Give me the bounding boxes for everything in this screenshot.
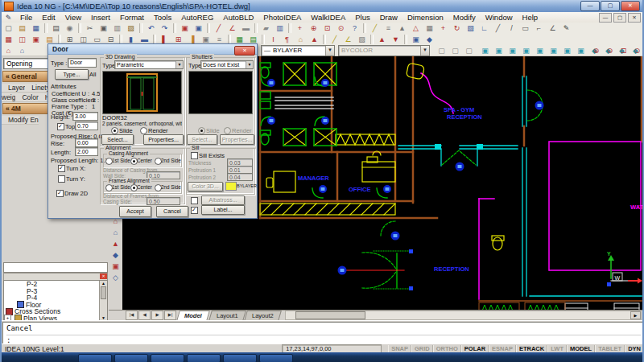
model[interactable]: MODEL bbox=[567, 345, 595, 353]
tab-layout2[interactable]: Layout2 bbox=[245, 311, 282, 321]
view-top-icon[interactable]: ▣ bbox=[479, 46, 491, 56]
autobld[interactable]: AutoBLD bbox=[218, 13, 258, 22]
esnap[interactable]: ESNAP bbox=[489, 345, 516, 353]
zoom-out-icon[interactable]: ⊖ bbox=[604, 46, 616, 56]
help-icon[interactable]: ? bbox=[349, 23, 361, 33]
new-icon[interactable]: ▢ bbox=[2, 23, 14, 33]
dimension[interactable]: Dimension bbox=[402, 13, 448, 22]
rotate-icon[interactable]: ↻ bbox=[451, 23, 463, 33]
slope-icon[interactable]: ╱ bbox=[369, 23, 381, 33]
erase-icon[interactable]: ▰ bbox=[260, 23, 272, 33]
accept-button[interactable]: Accept bbox=[119, 206, 151, 217]
height-field[interactable]: 3.00 bbox=[72, 112, 98, 121]
open-icon[interactable]: ▤ bbox=[16, 23, 28, 33]
horizontal-scrollbar[interactable]: ▶ bbox=[285, 311, 642, 320]
▶|[interactable]: ▶| bbox=[164, 311, 176, 320]
render-radio[interactable] bbox=[140, 127, 147, 134]
◀[interactable]: ◀ bbox=[138, 311, 151, 320]
tab-model[interactable]: Model bbox=[176, 311, 209, 321]
fillet-icon[interactable]: ⌐ bbox=[533, 23, 545, 33]
hatch-icon[interactable]: ▨ bbox=[356, 35, 368, 44]
taskbar-button[interactable] bbox=[114, 354, 148, 362]
mdi-close-button[interactable]: ✕ bbox=[628, 13, 641, 23]
p-3[interactable]: P-3 bbox=[4, 288, 107, 295]
slope-2-icon[interactable]: ∠ bbox=[342, 35, 354, 44]
view-right-icon[interactable]: ▣ bbox=[520, 46, 532, 56]
door-type-combo[interactable]: Door bbox=[68, 58, 97, 68]
zoom-realtime-icon[interactable]: ⊕ bbox=[308, 23, 320, 33]
plus[interactable]: Plus bbox=[350, 13, 374, 22]
format-painter-icon[interactable]: ▨ bbox=[125, 23, 137, 33]
wall-grid-icon[interactable]: ▦ bbox=[2, 35, 14, 44]
scroll-up-icon[interactable]: ▲ bbox=[100, 281, 107, 286]
zoom-extents-icon[interactable]: ⊡ bbox=[617, 46, 630, 56]
taskbar-button[interactable] bbox=[223, 354, 257, 362]
layer-check-icon[interactable]: ▣ bbox=[179, 23, 191, 33]
print-preview-icon[interactable]: ◉ bbox=[64, 23, 76, 33]
view-bottom-icon[interactable]: ▣ bbox=[493, 46, 505, 56]
save-icon[interactable]: ▦ bbox=[30, 23, 42, 33]
layer-box-icon[interactable]: ▣ bbox=[192, 23, 204, 33]
color-combo[interactable]: — BYLAYER▼ bbox=[261, 45, 335, 56]
modify[interactable]: Modify bbox=[448, 13, 481, 22]
cut-icon[interactable]: ✂ bbox=[84, 23, 96, 33]
maximize-button[interactable]: ▢ bbox=[601, 1, 620, 11]
mass-icon[interactable]: ▲ bbox=[396, 23, 408, 33]
turn-x-checkbox[interactable] bbox=[58, 165, 65, 172]
roof-home-icon[interactable]: ⌂ bbox=[295, 35, 307, 44]
mdi-minimize-button[interactable]: — bbox=[599, 13, 612, 23]
paste-icon[interactable]: ▥ bbox=[111, 23, 123, 33]
photoidea[interactable]: PhotoIDEA bbox=[258, 13, 306, 22]
close-button[interactable]: ✕ bbox=[621, 1, 640, 11]
block-2-icon[interactable]: ◆ bbox=[423, 35, 436, 44]
lwt[interactable]: LWT bbox=[547, 345, 567, 353]
level-up-icon[interactable]: ▲ bbox=[376, 35, 388, 44]
minimize-button[interactable]: — bbox=[580, 1, 600, 11]
view[interactable]: View bbox=[60, 13, 86, 22]
draw-2d-checkbox[interactable] bbox=[56, 190, 64, 197]
layers-stack-icon[interactable]: ≡ bbox=[382, 23, 394, 33]
top-checkbox[interactable] bbox=[57, 123, 64, 130]
3d-type-combo[interactable]: Parametric▼ bbox=[114, 60, 184, 69]
shade-mode-2-icon[interactable]: ▢ bbox=[449, 46, 461, 56]
color[interactable]: Color bbox=[15, 93, 38, 102]
p-2[interactable]: P-2 bbox=[4, 281, 107, 288]
sill-exists-checkbox[interactable] bbox=[191, 152, 198, 159]
close-icon[interactable]: ✕ bbox=[100, 274, 107, 279]
rectangle-icon[interactable]: ▭ bbox=[519, 23, 531, 33]
polar[interactable]: POLAR bbox=[461, 345, 489, 353]
autoreg[interactable]: AutoREG bbox=[176, 13, 218, 22]
turn-y-checkbox[interactable] bbox=[58, 175, 65, 183]
view-left-icon[interactable]: ▣ bbox=[506, 46, 518, 56]
text-para-icon[interactable]: ¶ bbox=[281, 35, 293, 44]
tablet[interactable]: TABLET bbox=[595, 345, 625, 353]
polyline-icon[interactable]: / bbox=[506, 23, 518, 33]
pan-icon[interactable]: + bbox=[294, 23, 306, 33]
grid[interactable]: GRID bbox=[411, 345, 433, 353]
view-back-icon[interactable]: ▣ bbox=[547, 46, 559, 56]
zoom-window-icon[interactable]: ⊡ bbox=[321, 23, 333, 33]
view-sw-icon[interactable]: ▣ bbox=[561, 46, 573, 56]
label-checkbox[interactable] bbox=[191, 207, 198, 214]
chamfer-icon[interactable]: ∠ bbox=[547, 23, 559, 33]
draw[interactable]: Draw bbox=[375, 13, 402, 22]
line-icon[interactable]: ╱ bbox=[492, 23, 504, 33]
scroll-right-icon[interactable]: ▶ bbox=[630, 311, 641, 319]
angle-icon[interactable]: ∟ bbox=[478, 23, 490, 33]
taskbar-button[interactable] bbox=[187, 354, 221, 362]
level-down-icon[interactable]: ▼ bbox=[390, 35, 402, 44]
etrack[interactable]: ETRACK bbox=[516, 345, 547, 353]
grid-small-icon[interactable]: ▦ bbox=[423, 23, 436, 33]
ortho[interactable]: ORTHO bbox=[433, 345, 461, 353]
wall-fill-icon[interactable]: ▣ bbox=[30, 35, 42, 44]
rise-field[interactable]: 0.00 bbox=[75, 138, 98, 147]
block-icon[interactable]: ▣ bbox=[410, 35, 422, 44]
edit[interactable]: Edit bbox=[37, 13, 60, 22]
dialog-close-icon[interactable]: ✕ bbox=[234, 46, 255, 56]
shade-icon[interactable]: ▧ bbox=[464, 23, 477, 33]
view-se-icon[interactable]: ▣ bbox=[575, 46, 587, 56]
ruler-icon[interactable]: ▬ bbox=[240, 23, 252, 33]
length-field[interactable]: 2.00 bbox=[75, 147, 98, 156]
raise-icon[interactable]: ▲ bbox=[308, 35, 320, 44]
|◀[interactable]: |◀ bbox=[126, 311, 138, 320]
